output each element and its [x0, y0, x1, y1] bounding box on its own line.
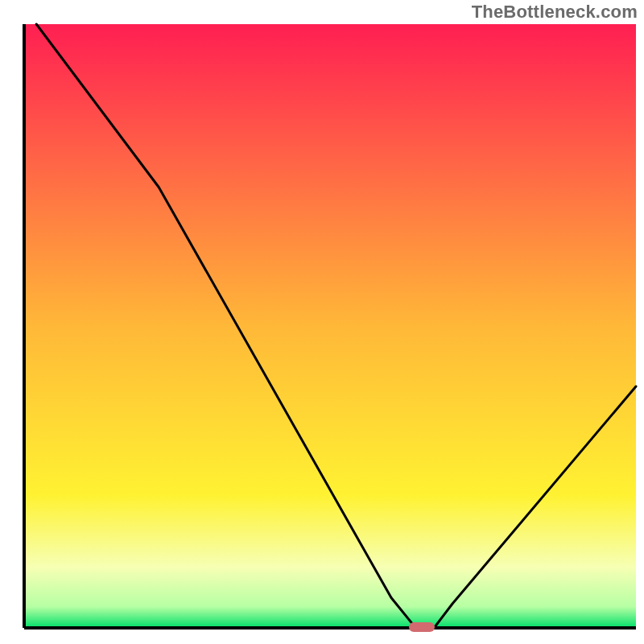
- heat-gradient-background: [24, 24, 636, 628]
- chart-container: TheBottleneck.com: [0, 0, 644, 644]
- bottleneck-chart: [0, 0, 644, 644]
- watermark-text: TheBottleneck.com: [472, 2, 638, 23]
- optimal-marker: [409, 622, 435, 632]
